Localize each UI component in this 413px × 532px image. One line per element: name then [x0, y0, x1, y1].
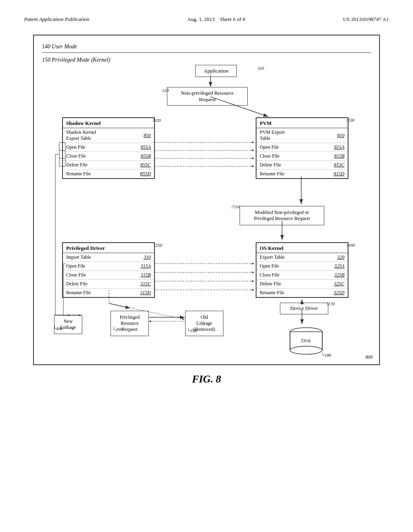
pd-row-2: Delete File 315C	[63, 280, 154, 289]
priv-resource-box: Privileged Resource Request	[111, 311, 149, 336]
pvm-export-table-label: PVM ExportTable	[260, 129, 285, 141]
disk-svg: Disk	[288, 327, 324, 355]
shadow-kernel-box: Shadow Kernel Shadow KernelExport Table …	[62, 117, 155, 179]
osk-row-0: Open File 325A	[257, 262, 348, 271]
sk-row-2: Delete File 855C	[63, 161, 154, 170]
header-patent-number: US 2013/0198747 A1	[343, 16, 389, 23]
old-linkage-line1: Old	[190, 314, 219, 320]
osk-row-1: Close File 325B	[257, 271, 348, 280]
header-sheet: Sheet 6 of 9	[220, 16, 245, 22]
sk-row-3: Rename File 855D	[63, 170, 154, 178]
pvm-row-2: Delete File 815C	[257, 161, 348, 170]
os-kernel-box: OS Kernel Export Table 320 Open File 325…	[256, 242, 348, 298]
user-mode-section: 140 User Mode	[42, 44, 371, 53]
application-box: Application	[195, 65, 237, 77]
modified-request-ref: /710	[232, 204, 240, 210]
disk-ref: └180	[321, 353, 331, 357]
priv-res-line1: Privileged	[115, 314, 144, 320]
shadow-kernel-ref: /620	[153, 117, 161, 123]
user-mode-label: 140 User Mode	[42, 44, 371, 50]
device-driver-label: Device Driver	[290, 305, 318, 311]
mod-req-line1: Modified Non-privileged or	[245, 210, 319, 216]
pd-row-1: Close File 315B	[63, 271, 154, 280]
pd-row-3: Rename File 315D	[63, 289, 154, 297]
old-linkage-ref: └330	[187, 328, 197, 333]
shadow-kernel-export-table-row: Shadow KernelExport Table 850	[63, 128, 154, 143]
osk-row-export: Export Table 320	[257, 253, 348, 262]
osk-row-2: Delete File 325C	[257, 280, 348, 289]
old-linkage-line2: Linkage	[190, 320, 219, 326]
page-header: Patent Application Publication Aug. 1, 2…	[24, 16, 389, 23]
priv-driver-title: Privileged Driver	[63, 243, 154, 253]
pvm-box: PVM PVM ExportTable 810 Open File 815A C…	[256, 117, 348, 179]
pvm-export-table-row: PVM ExportTable 810	[257, 128, 348, 143]
sk-row-1: Close File 855B	[63, 152, 154, 161]
pvm-row-0: Open File 815A	[257, 143, 348, 152]
shadow-kernel-export-table-ref: 850	[144, 133, 151, 139]
user-mode-divider	[42, 52, 371, 53]
priv-driver-ref: /250	[154, 242, 162, 248]
new-linkage-box: New Linkage	[54, 315, 82, 334]
privileged-mode-section: 150 Privileged Mode (Kernel)	[42, 57, 371, 63]
page: Patent Application Publication Aug. 1, 2…	[0, 0, 413, 532]
header-date-sheet: Aug. 1, 2013 Sheet 6 of 9	[187, 16, 245, 23]
pvm-row-1: Close File 815B	[257, 152, 348, 161]
pvm-ref: /230	[346, 117, 355, 123]
diagram-container: 140 User Mode 150 Privileged Mode (Kerne…	[33, 35, 380, 365]
disk-shape: Disk	[288, 327, 324, 355]
os-kernel-title: OS Kernel	[257, 243, 348, 253]
nonpriv-request-ref: 120	[162, 88, 169, 93]
nonpriv-request-box: Non-privileged Resource Request	[167, 87, 248, 106]
privileged-mode-label: 150 Privileged Mode (Kernel)	[42, 57, 371, 63]
header-date: Aug. 1, 2013	[187, 16, 215, 22]
application-ref: 110	[258, 66, 264, 71]
svg-text:Disk: Disk	[301, 337, 311, 343]
modified-request-box: Modified Non-privileged or Privileged Re…	[240, 206, 324, 225]
shadow-kernel-export-table-label: Shadow KernelExport Table	[66, 129, 96, 141]
shadow-kernel-title: Shadow Kernel	[63, 118, 154, 128]
sk-row-0: Open File 855A	[63, 143, 154, 152]
privileged-driver-box: Privileged Driver Import Table 310 Open …	[62, 242, 155, 298]
priv-res-line2: Resource	[115, 320, 144, 326]
pvm-title: PVM	[257, 118, 348, 128]
pd-row-0: Open File 315A	[63, 262, 154, 271]
new-linkage-ref: └840	[53, 326, 63, 331]
os-kernel-ref: /160	[347, 242, 355, 248]
pd-row-import: Import Table 310	[63, 253, 154, 262]
svg-line-31	[109, 303, 130, 308]
priv-resource-ref: └260	[113, 327, 122, 332]
header-publication: Patent Application Publication	[24, 16, 90, 23]
osk-row-3: Rename File 325D	[257, 289, 348, 297]
pvm-row-3: Rename File 815D	[257, 170, 348, 178]
nonpriv-request-label: Non-privileged Resource Request	[181, 90, 234, 102]
diagram-inner: Application 110 Non-privileged Resource …	[42, 65, 371, 355]
mod-req-line2: Privileged Resource Request	[245, 216, 319, 222]
new-linkage-line1: New	[58, 318, 78, 324]
diagram-ref-800: 800	[365, 354, 373, 360]
figure-label: FIG. 8	[24, 373, 389, 385]
device-driver-box: Device Driver	[280, 303, 328, 314]
svg-point-2	[290, 346, 322, 354]
device-driver-ref: /170	[327, 301, 335, 307]
application-label: Application	[204, 68, 228, 74]
pvm-export-table-ref: 810	[337, 133, 344, 139]
